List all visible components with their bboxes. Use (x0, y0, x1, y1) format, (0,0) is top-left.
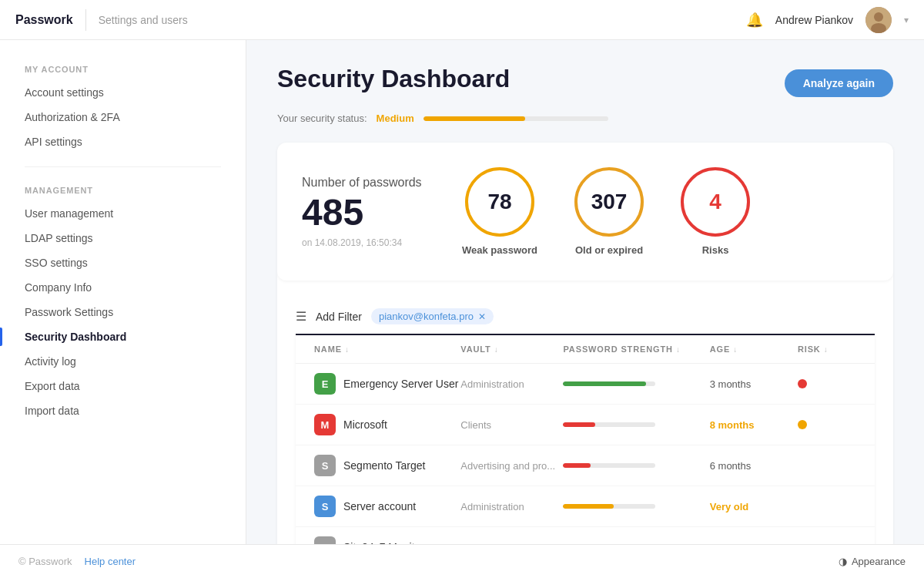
filter-tag-value: piankov@konfeta.pro (379, 311, 474, 322)
sidebar-item-account-settings[interactable]: Account settings (0, 80, 246, 105)
footer-help-link[interactable]: Help center (85, 556, 136, 567)
nav-right: 🔔 Andrew Piankov ▾ (746, 7, 909, 33)
footer-logo: © Passwork (18, 556, 72, 567)
app-logo[interactable]: Passwork (15, 13, 73, 27)
sort-arrow-name[interactable]: ↓ (345, 345, 350, 354)
cell-strength (563, 504, 709, 509)
sidebar-item-label: SSO settings (25, 257, 88, 269)
password-count-number: 485 (302, 194, 425, 231)
analyze-again-button[interactable]: Analyze again (785, 69, 893, 97)
avatar[interactable] (865, 7, 892, 33)
entry-icon: S (314, 455, 336, 476)
table-row[interactable]: M Microsoft Clients 8 months (296, 405, 875, 445)
old-expired-label: Old or expired (575, 244, 643, 256)
vault-text: Clients (460, 419, 491, 431)
sidebar-item-passwork-settings[interactable]: Passwork Settings (0, 300, 246, 324)
col-header-strength: PASSWORD STRENGTH ↓ (563, 344, 709, 354)
top-navigation: Passwork Settings and users 🔔 Andrew Pia… (0, 0, 924, 40)
sort-arrow-risk[interactable]: ↓ (824, 345, 829, 354)
sidebar-item-authorization-2fa[interactable]: Authorization & 2FA (0, 105, 246, 129)
sidebar-item-company-info[interactable]: Company Info (0, 275, 246, 300)
risks-value: 4 (709, 190, 721, 214)
sidebar-item-activity-log[interactable]: Activity log (0, 349, 246, 374)
cell-vault: Advertising and pro... (460, 460, 563, 472)
risks-stat: 4 Risks (681, 167, 750, 256)
notification-bell-icon[interactable]: 🔔 (746, 12, 763, 29)
nav-subtitle: Settings and users (99, 14, 188, 26)
add-filter-button[interactable]: Add Filter (316, 311, 362, 323)
page-footer: © Passwork Help center ◑ Appearance (0, 544, 924, 578)
filter-bar: ☰ Add Filter piankov@konfeta.pro ✕ (296, 299, 875, 335)
strength-bar-container (563, 381, 655, 386)
strength-bar (563, 504, 614, 509)
sidebar-item-export-data[interactable]: Export data (0, 374, 246, 398)
stats-card: Number of passwords 485 on 14.08.2019, 1… (277, 143, 893, 281)
cell-strength (563, 463, 709, 468)
cell-age: 6 months (710, 460, 798, 472)
main-content: Security Dashboard Analyze again Your se… (246, 40, 924, 578)
sort-arrow-vault[interactable]: ↓ (494, 345, 499, 354)
nav-divider (85, 9, 86, 31)
strength-bar-container (563, 422, 655, 427)
vault-text: Administration (460, 501, 524, 512)
cell-strength (563, 381, 709, 386)
sidebar-item-label: Export data (25, 380, 80, 392)
password-count-date: on 14.08.2019, 16:50:34 (302, 237, 425, 248)
weak-password-stat: 78 Weak password (462, 167, 537, 256)
progress-bar-fill (424, 116, 525, 121)
cell-age: 3 months (710, 378, 798, 390)
vault-text: Administration (460, 378, 524, 390)
age-text: Very old (710, 501, 749, 512)
old-expired-value: 307 (591, 190, 628, 214)
sidebar-item-label: API settings (25, 136, 82, 148)
table-row[interactable]: E Emergency Server User Administration 3… (296, 364, 875, 405)
page-title: Security Dashboard (277, 65, 510, 93)
sidebar-item-label: Activity log (25, 355, 76, 368)
cell-age: Very old (710, 501, 798, 512)
table-row[interactable]: S Server account Administration Very old (296, 486, 875, 527)
footer-appearance-button[interactable]: ◑ Appearance (839, 556, 906, 567)
sidebar-item-sso-settings[interactable]: SSO settings (0, 250, 246, 275)
vault-text: Advertising and pro... (460, 460, 555, 472)
col-header-risk: RISK ↓ (798, 344, 856, 354)
stats-circles: 78 Weak password 307 Old or expired 4 (462, 167, 750, 256)
sidebar-item-label: Account settings (25, 86, 104, 99)
appearance-label: Appearance (852, 556, 906, 567)
sidebar-item-api-settings[interactable]: API settings (0, 129, 246, 154)
page-header: Security Dashboard Analyze again (277, 65, 893, 97)
cell-vault: Clients (460, 419, 563, 431)
sidebar-item-security-dashboard[interactable]: Security Dashboard (0, 324, 246, 349)
filter-tag: piankov@konfeta.pro ✕ (371, 308, 494, 324)
sidebar-item-import-data[interactable]: Import data (0, 398, 246, 423)
cell-name: S Server account (314, 496, 460, 517)
strength-bar (563, 381, 646, 386)
strength-bar (563, 422, 595, 427)
col-header-name: NAME ↓ (314, 344, 460, 354)
user-menu-chevron-icon[interactable]: ▾ (904, 15, 909, 25)
sort-arrow-age[interactable]: ↓ (733, 345, 738, 354)
cell-vault: Administration (460, 501, 563, 512)
cell-name: M Microsoft (314, 414, 460, 435)
table-row[interactable]: S Segmento Target Advertising and pro...… (296, 445, 875, 486)
cell-vault: Administration (460, 378, 563, 390)
sidebar-item-ldap-settings[interactable]: LDAP settings (0, 226, 246, 250)
status-value: Medium (377, 113, 414, 124)
password-count-section: Number of passwords 485 on 14.08.2019, 1… (302, 176, 425, 248)
cell-strength (563, 422, 709, 427)
sort-arrow-strength[interactable]: ↓ (676, 345, 681, 354)
sidebar-item-label: User management (25, 207, 113, 220)
risks-label: Risks (702, 244, 729, 256)
entry-name: Server account (343, 500, 416, 512)
entry-icon: E (314, 373, 336, 395)
old-expired-circle: 307 (574, 167, 644, 237)
appearance-icon: ◑ (839, 556, 847, 567)
sidebar-item-user-management[interactable]: User management (0, 201, 246, 226)
risk-dot (798, 420, 807, 429)
age-text: 6 months (710, 460, 751, 472)
age-text: 8 months (710, 419, 755, 431)
sidebar-item-label: Passwork Settings (25, 306, 113, 318)
management-section-label: MANAGEMENT (0, 186, 246, 195)
old-expired-stat: 307 Old or expired (574, 167, 644, 256)
strength-bar-container (563, 463, 655, 468)
filter-tag-close-icon[interactable]: ✕ (478, 311, 486, 322)
